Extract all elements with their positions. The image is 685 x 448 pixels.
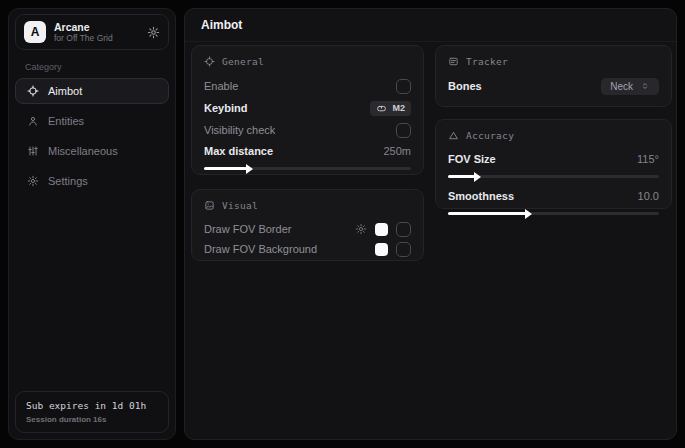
app-subtitle: for Off The Grid <box>54 33 113 43</box>
main-panel: Aimbot General Enable Keybind <box>184 8 677 440</box>
tracker-card-header: Tracker <box>448 56 659 67</box>
enable-label: Enable <box>204 80 238 92</box>
fov-background-color-swatch[interactable] <box>375 243 388 256</box>
keybind-button[interactable]: M2 <box>370 101 411 116</box>
enable-row: Enable <box>204 75 411 97</box>
fov-border-settings-icon[interactable] <box>355 223 367 235</box>
header-gear-icon[interactable] <box>147 26 160 39</box>
bones-row: Bones Neck <box>448 75 659 97</box>
category-label: Category <box>25 62 175 72</box>
keybind-value: M2 <box>392 103 405 113</box>
chevron-updown-icon <box>640 81 650 91</box>
accuracy-card: Accuracy FOV Size 115° Smoothness 10.0 <box>435 119 672 209</box>
fov-size-value: 115° <box>637 153 659 165</box>
fov-background-label: Draw FOV Background <box>204 243 317 255</box>
max-distance-label: Max distance <box>204 145 273 157</box>
fov-background-row: Draw FOV Background <box>204 239 411 259</box>
visual-card: Visual Draw FOV Border Draw FOV Backgrou… <box>191 189 424 261</box>
app-name: Arcane <box>54 21 113 34</box>
visual-card-title: Visual <box>222 200 258 211</box>
slider-thumb[interactable] <box>448 175 475 178</box>
smoothness-label: Smoothness <box>448 190 514 202</box>
crosshair-icon <box>27 85 39 97</box>
sidebar-item-label: Miscellaneous <box>48 145 118 157</box>
tracker-card: Tracker Bones Neck <box>435 45 672 107</box>
page-title: Aimbot <box>201 18 242 32</box>
fov-border-row: Draw FOV Border <box>204 219 411 239</box>
sidebar: A Arcane for Off The Grid Category Aimbo… <box>8 8 176 440</box>
general-card-header: General <box>204 56 411 67</box>
max-distance-row: Max distance 250m <box>204 141 411 161</box>
sidebar-item-aimbot[interactable]: Aimbot <box>15 78 169 104</box>
bones-selected-value: Neck <box>610 81 633 92</box>
app-meta: Arcane for Off The Grid <box>54 21 113 44</box>
fov-size-row: FOV Size 115° <box>448 149 659 169</box>
general-card-title: General <box>222 56 264 67</box>
smoothness-slider[interactable] <box>448 207 659 219</box>
sidebar-item-label: Entities <box>48 115 84 127</box>
visual-card-header: Visual <box>204 200 411 211</box>
bones-select[interactable]: Neck <box>601 78 659 95</box>
keybind-row: Keybind M2 <box>204 97 411 119</box>
general-card: General Enable Keybind M2 Visibility che… <box>191 45 424 175</box>
max-distance-value: 250m <box>383 145 411 157</box>
sub-expires-text: Sub expires in 1d 01h <box>26 400 158 411</box>
sidebar-nav: Aimbot Entities Miscellaneous <box>9 78 175 194</box>
sliders-icon <box>27 145 39 157</box>
fov-border-label: Draw FOV Border <box>204 223 291 235</box>
app-header: A Arcane for Off The Grid <box>15 14 169 50</box>
enable-checkbox[interactable] <box>396 79 411 94</box>
sidebar-item-miscellaneous[interactable]: Miscellaneous <box>15 138 169 164</box>
fov-border-color-swatch[interactable] <box>375 223 388 236</box>
app-logo: A <box>24 21 46 43</box>
visibility-check-checkbox[interactable] <box>396 123 411 138</box>
smoothness-value: 10.0 <box>638 190 659 202</box>
main-header: Aimbot <box>185 9 676 42</box>
fov-size-slider[interactable] <box>448 170 659 182</box>
session-duration-text: Session duration 16s <box>26 415 158 424</box>
visibility-check-label: Visibility check <box>204 124 275 136</box>
keybind-label: Keybind <box>204 102 247 114</box>
bones-label: Bones <box>448 80 482 92</box>
entities-icon <box>27 115 39 127</box>
accuracy-card-title: Accuracy <box>466 130 514 141</box>
gear-icon <box>27 175 39 187</box>
slider-thumb[interactable] <box>204 167 247 170</box>
image-icon <box>204 200 215 211</box>
sidebar-item-label: Settings <box>48 175 88 187</box>
slider-thumb[interactable] <box>448 212 526 215</box>
fov-size-label: FOV Size <box>448 153 496 165</box>
crosshair-icon <box>204 56 215 67</box>
tracker-icon <box>448 56 459 67</box>
mouse-icon <box>376 103 387 114</box>
fov-background-checkbox[interactable] <box>396 242 411 257</box>
smoothness-row: Smoothness 10.0 <box>448 186 659 206</box>
sidebar-item-entities[interactable]: Entities <box>15 108 169 134</box>
sidebar-item-settings[interactable]: Settings <box>15 168 169 194</box>
subscription-info: Sub expires in 1d 01h Session duration 1… <box>15 391 169 433</box>
tracker-card-title: Tracker <box>466 56 508 67</box>
visibility-check-row: Visibility check <box>204 119 411 141</box>
accuracy-card-header: Accuracy <box>448 130 659 141</box>
fov-border-checkbox[interactable] <box>396 222 411 237</box>
triangle-icon <box>448 130 459 141</box>
sidebar-item-label: Aimbot <box>48 85 82 97</box>
max-distance-slider[interactable] <box>204 162 411 174</box>
